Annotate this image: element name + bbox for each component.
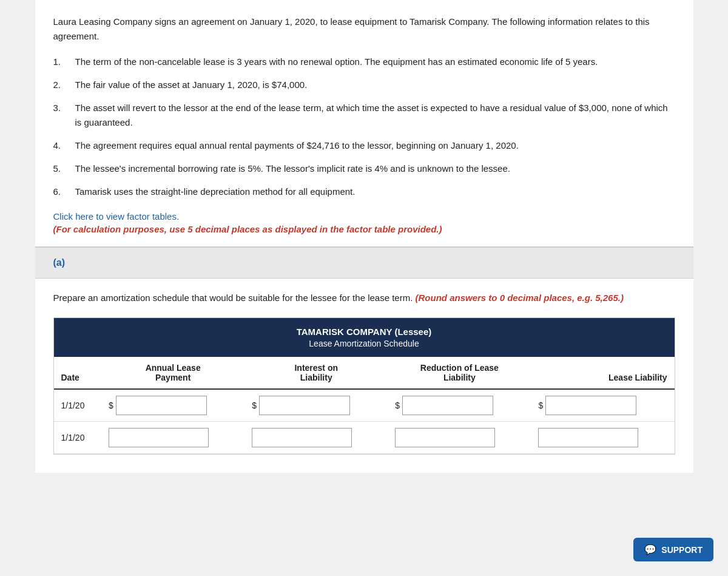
list-num-3: 3.	[53, 101, 75, 130]
list-num-4: 4.	[53, 138, 75, 153]
list-text-6: Tamarisk uses the straight-line deprecia…	[75, 185, 675, 199]
interest-on-liability-cell-2	[244, 422, 388, 454]
table-row: 1/1/20	[54, 422, 675, 454]
list-item: 3. The asset will revert to the lessor a…	[53, 101, 675, 130]
annual-lease-payment-cell-2	[101, 422, 244, 454]
reduction-input-1[interactable]	[402, 396, 493, 415]
currency-sign-4: $	[538, 401, 543, 410]
reduction-input-2[interactable]	[395, 428, 495, 447]
list-num-1: 1.	[53, 55, 75, 69]
list-text-4: The agreement requires equal annual rent…	[75, 138, 675, 153]
factor-tables-link[interactable]: Click here to view factor tables.	[53, 211, 675, 222]
table-row: 1/1/20 $ $	[54, 389, 675, 422]
col-header-date: Date	[54, 357, 102, 389]
currency-sign-3: $	[395, 401, 400, 410]
table-header: TAMARISK COMPANY (Lessee) Lease Amortiza…	[54, 318, 675, 357]
links-section: Click here to view factor tables. (For c…	[53, 211, 675, 234]
instruction-text: Prepare an amortization schedule that wo…	[53, 291, 675, 305]
currency-sign-1: $	[109, 401, 113, 410]
interest-on-liability-input-2[interactable]	[252, 428, 352, 447]
list-item: 1. The term of the non-cancelable lease …	[53, 55, 675, 69]
currency-sign-2: $	[252, 401, 257, 410]
list-text-1: The term of the non-cancelable lease is …	[75, 55, 675, 69]
interest-on-liability-input-1[interactable]	[259, 396, 350, 415]
problem-list: 1. The term of the non-cancelable lease …	[53, 55, 675, 199]
lease-liability-input-2[interactable]	[538, 428, 638, 447]
col-header-interest-on-liability: Interest onLiability	[244, 357, 388, 389]
col-header-reduction-of-lease-liability: Reduction of LeaseLiability	[388, 357, 531, 389]
annual-lease-payment-cell: $	[101, 389, 244, 422]
column-headers-row: Date Annual LeasePayment Interest onLiab…	[54, 357, 675, 389]
section-a-label: (a)	[53, 257, 66, 268]
list-item: 2. The fair value of the asset at Januar…	[53, 78, 675, 92]
instruction-highlight: (Round answers to 0 decimal places, e.g.…	[416, 293, 624, 303]
list-text-5: The lessee's incremental borrowing rate …	[75, 161, 675, 176]
lease-liability-cell: $	[531, 389, 674, 422]
list-num-2: 2.	[53, 78, 75, 92]
amortization-table: Date Annual LeasePayment Interest onLiab…	[54, 357, 675, 454]
list-num-5: 5.	[53, 161, 75, 176]
content-section: Prepare an amortization schedule that wo…	[35, 279, 693, 473]
list-item: 6. Tamarisk uses the straight-line depre…	[53, 185, 675, 199]
lease-liability-input-1[interactable]	[545, 396, 636, 415]
reduction-cell-2	[388, 422, 531, 454]
list-text-2: The fair value of the asset at January 1…	[75, 78, 675, 92]
list-text-3: The asset will revert to the lessor at t…	[75, 101, 675, 130]
date-cell-2: 1/1/20	[54, 422, 102, 454]
section-a-header: (a)	[35, 247, 693, 279]
lease-liability-cell-2	[531, 422, 674, 454]
intro-paragraph: Laura Leasing Company signs an agreement…	[53, 15, 675, 44]
factor-note: (For calculation purposes, use 5 decimal…	[53, 224, 442, 234]
top-section: Laura Leasing Company signs an agreement…	[35, 0, 693, 247]
col-header-lease-liability: Lease Liability	[531, 357, 674, 389]
interest-on-liability-cell: $	[244, 389, 388, 422]
list-item: 5. The lessee's incremental borrowing ra…	[53, 161, 675, 176]
col-header-annual-lease-payment: Annual LeasePayment	[101, 357, 244, 389]
table-schedule-name: Lease Amortization Schedule	[60, 339, 669, 348]
table-company-name: TAMARISK COMPANY (Lessee)	[60, 327, 669, 337]
reduction-cell: $	[388, 389, 531, 422]
instruction-main: Prepare an amortization schedule that wo…	[53, 293, 413, 303]
annual-lease-payment-input-2[interactable]	[109, 428, 209, 447]
amortization-table-container: TAMARISK COMPANY (Lessee) Lease Amortiza…	[53, 317, 675, 455]
list-num-6: 6.	[53, 185, 75, 199]
date-cell: 1/1/20	[54, 389, 102, 422]
annual-lease-payment-input-1[interactable]	[116, 396, 207, 415]
list-item: 4. The agreement requires equal annual r…	[53, 138, 675, 153]
